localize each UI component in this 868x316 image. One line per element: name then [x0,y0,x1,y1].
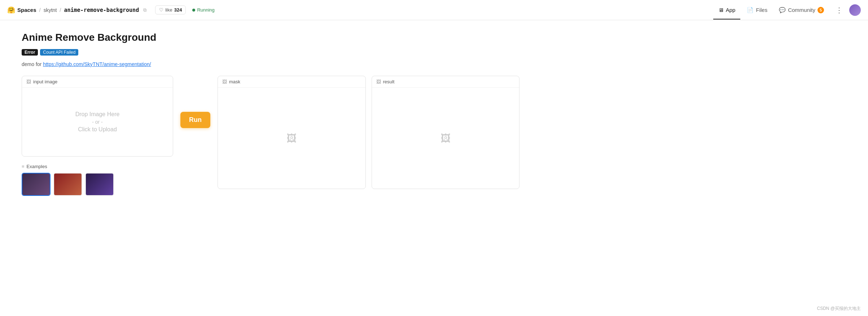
status-label: Running [197,7,214,13]
example-thumb-3[interactable] [85,173,114,196]
navbar: 🤗 Spaces / skytnt / anime-remove-backgro… [0,0,868,20]
tab-community-label: Community [788,7,815,13]
menu-icon: ⋮ [836,6,843,14]
status-dot [192,9,195,12]
result-header-label: result [383,79,395,84]
mask-placeholder-icon: 🖼 [286,132,297,144]
result-header-icon: 🖼 [376,79,381,84]
examples-section: ≡ Examples [22,164,173,196]
tab-files[interactable]: 📄 Files [742,1,772,20]
mask-header-label: mask [229,79,240,84]
error-tag: Error [22,49,38,56]
navbar-right: 🖥 App 📄 Files 💬 Community 5 ⋮ [713,1,861,19]
demo-link[interactable]: https://github.com/SkyTNT/anime-segmenta… [43,61,151,67]
example-image-1 [22,174,50,195]
repo-owner[interactable]: skytnt [44,7,57,13]
upload-panel: 🖼 input image Drop Image Here - or - Cli… [22,76,173,157]
menu-button[interactable]: ⋮ [833,4,846,16]
mask-panel: 🖼 mask 🖼 [218,76,366,189]
like-label: like [165,7,172,13]
repo-name[interactable]: anime-remove-background [64,7,139,13]
like-button[interactable]: ♡ like 324 [155,5,186,14]
api-failed-tag: Count API Failed [40,49,78,56]
result-placeholder-icon: 🖼 [440,132,451,144]
mask-header-icon: 🖼 [222,79,227,84]
spaces-link[interactable]: 🤗 Spaces [7,6,36,14]
example-image-2 [54,174,82,195]
tab-community[interactable]: 💬 Community 5 [774,1,829,20]
example-thumb-1[interactable] [22,173,51,196]
status-badge: Running [192,7,214,13]
content-area: 🖼 input image Drop Image Here - or - Cli… [22,76,520,196]
copy-icon: ⧉ [143,7,146,13]
run-button[interactable]: Run [180,112,210,128]
upload-panel-header: 🖼 input image [22,76,173,88]
demo-text: demo for https://github.com/SkyTNT/anime… [22,61,520,67]
upload-header-icon: 🖼 [26,79,31,84]
navbar-left: 🤗 Spaces / skytnt / anime-remove-backgro… [7,5,713,14]
tab-files-label: Files [756,7,767,13]
heart-icon: ♡ [159,7,163,13]
left-column: 🖼 input image Drop Image Here - or - Cli… [22,76,173,196]
tab-app-label: App [726,7,736,13]
run-button-wrapper: Run [173,112,218,128]
community-badge: 5 [817,7,824,13]
upload-dropzone[interactable]: Drop Image Here - or - Click to Upload [22,88,173,156]
examples-grid [22,173,173,196]
list-icon: ≡ [22,164,25,169]
main-content: Anime Remove Background Error Count API … [0,20,541,207]
page-title: Anime Remove Background [22,32,520,43]
drop-hint: Drop Image Here [75,111,120,118]
result-panel-header: 🖼 result [372,76,520,88]
files-icon: 📄 [747,7,754,13]
click-upload-hint: Click to Upload [78,126,117,133]
like-count: 324 [174,7,182,13]
avatar[interactable] [849,4,861,16]
result-image-area: 🖼 [372,88,520,189]
tab-app[interactable]: 🖥 App [713,1,741,19]
breadcrumb-sep: / [39,7,41,13]
community-icon: 💬 [779,7,786,13]
mask-image-area: 🖼 [218,88,365,189]
breadcrumb-sep2: / [60,7,61,13]
example-thumb-2[interactable] [53,173,82,196]
example-image-3 [86,174,113,195]
right-panels: 🖼 mask 🖼 🖼 result 🖼 [218,76,520,189]
error-tags: Error Count API Failed [22,49,520,56]
examples-label: Examples [27,164,47,169]
spaces-icon: 🤗 [7,6,15,14]
demo-prefix: demo for [22,61,43,67]
app-icon: 🖥 [718,7,724,13]
result-panel: 🖼 result 🖼 [372,76,520,189]
examples-header: ≡ Examples [22,164,173,169]
spaces-label-text: Spaces [17,7,36,13]
upload-header-label: input image [33,79,57,84]
mask-panel-header: 🖼 mask [218,76,365,88]
or-hint: - or - [92,119,103,125]
copy-button[interactable]: ⧉ [142,6,148,14]
